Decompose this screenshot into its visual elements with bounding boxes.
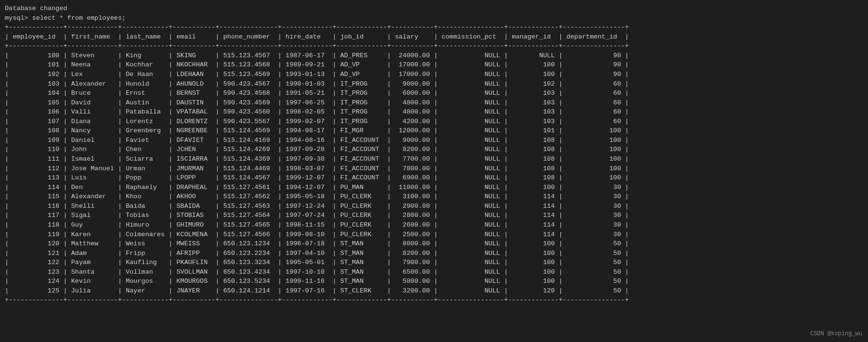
mysql-table-output: +--------------+-------------+----------… [5,23,863,305]
mysql-command-line: mysql> select * from employees; [5,14,126,22]
watermark: CSDN @koping_wu [810,330,862,338]
terminal-output: Database changed mysql> select * from em… [5,4,863,23]
table-container: +--------------+-------------+----------… [5,23,863,305]
db-changed-line: Database changed [5,5,67,12]
